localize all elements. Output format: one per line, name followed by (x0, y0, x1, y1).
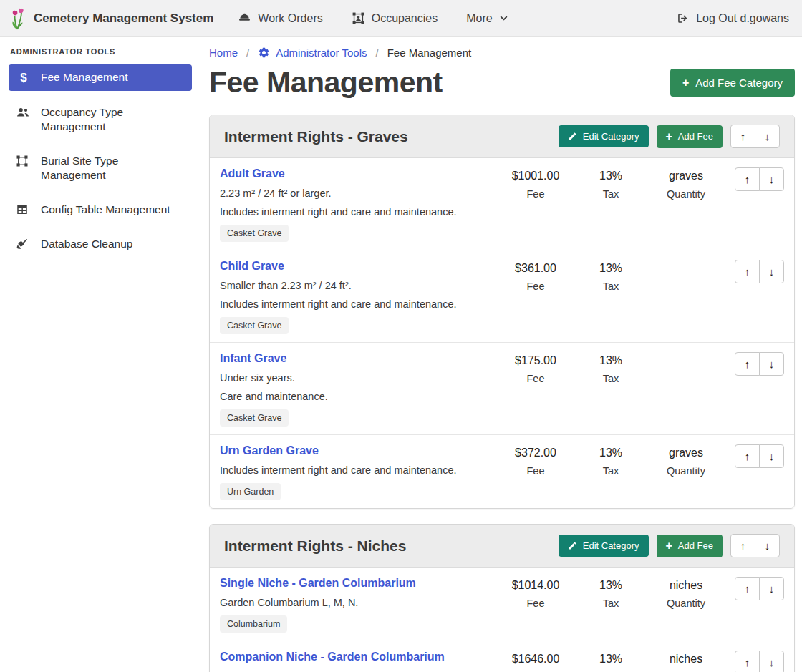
fee-label: Fee (493, 373, 578, 384)
fee-label: Fee (493, 188, 578, 200)
sidebar-item-database-cleanup[interactable]: Database Cleanup (9, 231, 192, 257)
fee-reorder-group: ↑ ↓ (728, 444, 784, 500)
add-fee-button[interactable]: + Add Fee (657, 125, 723, 148)
fee-reorder-group: ↑ ↓ (728, 260, 784, 334)
plus-icon: + (682, 77, 689, 89)
move-fee-up-button[interactable]: ↑ (735, 577, 760, 600)
main-content: Home / Administrator Tools / Fee Managem… (200, 37, 802, 672)
fee-row-child-grave: Child Grave Smaller than 2.23 m² / 24 ft… (210, 250, 794, 342)
fee-description: Garden Columbarium L, M, N. (220, 597, 489, 608)
dollar-icon: $ (16, 71, 32, 85)
add-fee-label: Add Fee (678, 540, 713, 551)
move-fee-up-button[interactable]: ↑ (735, 260, 760, 283)
move-category-down-button[interactable]: ↓ (755, 125, 780, 148)
tax-label: Tax (578, 598, 644, 609)
fee-amount: $175.00 (493, 354, 578, 367)
move-fee-down-button[interactable]: ↓ (759, 577, 784, 600)
category-header: Interment Rights - Graves Edit Category … (210, 115, 794, 158)
logout-link[interactable]: Log Out d.gowans (676, 11, 789, 25)
quantity-unit: graves (644, 447, 728, 459)
sidebar-item-fee-management[interactable]: $ Fee Management (9, 64, 192, 91)
move-category-up-button[interactable]: ↑ (730, 125, 755, 148)
move-fee-up-button[interactable]: ↑ (735, 444, 760, 468)
breadcrumb-label: Home (209, 47, 238, 59)
tax-rate: 13% (578, 447, 644, 459)
edit-category-button[interactable]: Edit Category (559, 535, 649, 557)
quantity-unit: niches (644, 653, 728, 666)
main-nav: Work Orders Occupancies More (238, 11, 508, 25)
tax-label: Tax (578, 188, 644, 200)
move-fee-down-button[interactable]: ↓ (759, 167, 784, 191)
fee-description: 2.23 m² / 24 ft² or larger. (220, 188, 489, 199)
quantity-empty (644, 260, 728, 334)
pencil-icon (568, 541, 577, 550)
nav-more[interactable]: More (466, 12, 508, 25)
fee-row-companion-niche: Companion Niche - Garden Columbarium Gar… (210, 641, 794, 672)
add-fee-label: Add Fee (678, 131, 713, 142)
move-fee-up-button[interactable]: ↑ (735, 352, 760, 376)
fee-description: Under six years. (220, 372, 489, 384)
edit-category-label: Edit Category (583, 540, 639, 551)
fee-label: Fee (493, 281, 578, 292)
move-category-down-button[interactable]: ↓ (755, 534, 780, 557)
tax-label: Tax (578, 373, 644, 384)
fee-name-link[interactable]: Single Niche - Garden Columbarium (220, 577, 416, 590)
breadcrumb-separator: / (375, 47, 378, 59)
fee-amount: $361.00 (493, 262, 578, 275)
fee-tag: Columbarium (220, 615, 287, 633)
add-fee-category-button[interactable]: + Add Fee Category (670, 69, 795, 97)
breadcrumb-label: Administrator Tools (276, 47, 367, 59)
fee-name-link[interactable]: Child Grave (220, 260, 284, 273)
fee-name-link[interactable]: Urn Garden Grave (220, 444, 319, 457)
add-fee-button[interactable]: + Add Fee (657, 535, 723, 557)
tax-rate: 13% (578, 579, 644, 592)
top-navbar: Cemetery Management System Work Orders (0, 0, 802, 37)
fee-row-infant-grave: Infant Grave Under six years. Care and m… (210, 342, 794, 434)
breadcrumb-administrator-tools[interactable]: Administrator Tools (258, 47, 367, 59)
chevron-down-icon (499, 14, 508, 23)
pencil-icon (568, 132, 577, 141)
fee-tag: Casket Grave (220, 225, 289, 242)
move-category-up-button[interactable]: ↑ (730, 534, 755, 557)
nav-occupancies[interactable]: Occupancies (352, 11, 438, 25)
vector-square-icon (16, 155, 32, 167)
fee-name-link[interactable]: Adult Grave (220, 167, 285, 180)
gear-icon (258, 47, 270, 59)
fee-reorder-group: ↑ ↓ (728, 577, 784, 633)
move-fee-down-button[interactable]: ↓ (759, 352, 784, 376)
quantity-label: Quantity (644, 465, 728, 477)
fee-description: Includes interment right and care and ma… (220, 298, 489, 310)
fee-amount: $1646.00 (493, 653, 578, 666)
tax-rate: 13% (578, 354, 644, 367)
quantity-empty (644, 352, 728, 427)
quantity-unit: graves (644, 170, 728, 182)
plus-icon: + (666, 540, 672, 552)
fee-name-link[interactable]: Infant Grave (220, 352, 286, 365)
nav-work-orders[interactable]: Work Orders (238, 11, 322, 25)
edit-category-label: Edit Category (583, 131, 639, 142)
app-brand[interactable]: Cemetery Management System (9, 6, 213, 30)
fee-row-urn-garden-grave: Urn Garden Grave Includes interment righ… (210, 434, 794, 508)
fee-amount: $1014.00 (493, 579, 578, 592)
sidebar-item-occupancy-type-management[interactable]: Occupancy Type Management (9, 99, 192, 140)
move-fee-up-button[interactable]: ↑ (735, 651, 760, 672)
fee-row-single-niche: Single Niche - Garden Columbarium Garden… (210, 568, 794, 641)
fee-tag: Casket Grave (220, 317, 289, 334)
add-fee-category-label: Add Fee Category (695, 77, 783, 89)
tax-label: Tax (578, 465, 644, 477)
fee-name-link[interactable]: Companion Niche - Garden Columbarium (220, 651, 445, 663)
category-actions: Edit Category + Add Fee ↑ ↓ (559, 125, 780, 148)
tulip-logo-icon (9, 6, 26, 30)
edit-category-button[interactable]: Edit Category (559, 125, 649, 147)
sidebar-item-config-table-management[interactable]: Config Table Management (9, 197, 192, 223)
tax-label: Tax (578, 281, 644, 292)
sidebar-item-burial-site-type-management[interactable]: Burial Site Type Management (9, 148, 192, 188)
move-fee-down-button[interactable]: ↓ (759, 260, 784, 283)
breadcrumb-home[interactable]: Home (209, 47, 238, 59)
fee-description: Includes interment right and care and ma… (220, 464, 489, 476)
move-fee-down-button[interactable]: ↓ (759, 444, 784, 468)
move-fee-down-button[interactable]: ↓ (759, 651, 784, 672)
move-fee-up-button[interactable]: ↑ (735, 167, 760, 191)
sign-out-icon (676, 11, 690, 25)
occupancy-frame-icon (352, 11, 365, 25)
